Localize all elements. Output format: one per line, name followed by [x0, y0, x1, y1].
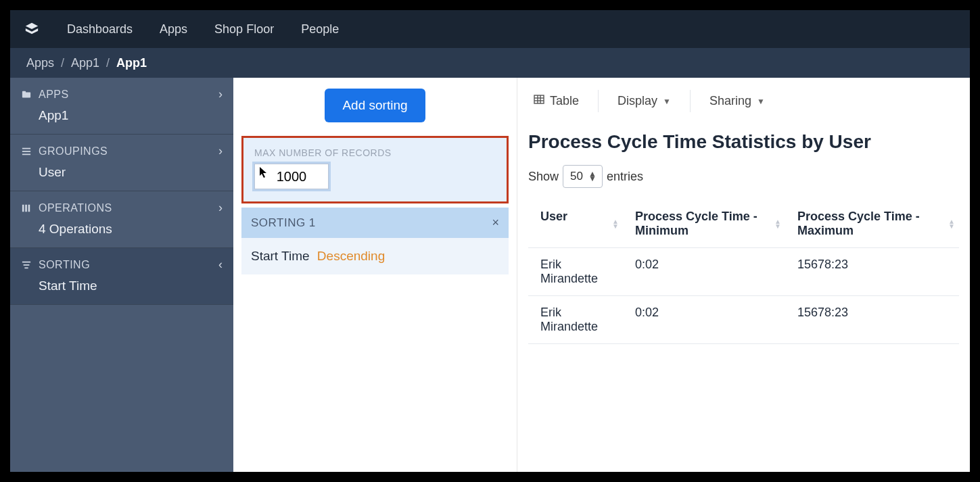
nav-people[interactable]: People	[301, 22, 339, 37]
column-header-min[interactable]: Process Cycle Time - Minimum ▲▼	[623, 200, 785, 248]
svg-rect-9	[24, 264, 30, 266]
svg-rect-0	[22, 92, 30, 97]
svg-rect-6	[25, 204, 27, 212]
cursor-icon	[259, 166, 269, 181]
column-header-max[interactable]: Process Cycle Time - Maximum ▲▼	[785, 200, 959, 248]
breadcrumb-separator: /	[106, 56, 110, 70]
nav-shop-floor[interactable]: Shop Floor	[214, 22, 274, 37]
chevron-right-icon: ›	[218, 87, 223, 101]
sorting-direction: Descending	[317, 249, 385, 263]
svg-rect-3	[22, 151, 30, 152]
add-sorting-button[interactable]: Add sorting	[325, 89, 425, 122]
cell-user: Erik Mirandette	[528, 296, 623, 344]
config-panel: Add sorting MAX NUMBER OF RECORDS SORTIN…	[233, 78, 517, 472]
sidebar-sub[interactable]: App1	[21, 101, 223, 123]
sidebar-title: OPERATIONS	[39, 202, 112, 214]
breadcrumb-item[interactable]: Apps	[26, 56, 54, 70]
svg-rect-11	[534, 95, 544, 103]
content-toolbar: Table Display ▼ Sharing ▼	[528, 90, 959, 112]
sidebar-title: GROUPINGS	[39, 145, 108, 158]
toolbar-table[interactable]: Table	[528, 90, 599, 112]
close-icon[interactable]: ×	[492, 216, 499, 230]
sorting-row[interactable]: Start Time Descending	[241, 238, 509, 274]
select-caret-icon: ▲▼	[588, 172, 597, 181]
sidebar-sub[interactable]: 4 Operations	[21, 215, 223, 237]
toolbar-display[interactable]: Display ▼	[599, 90, 691, 112]
sidebar-sub[interactable]: User	[21, 158, 223, 180]
max-records-label: MAX NUMBER OF RECORDS	[254, 147, 496, 158]
table-icon	[534, 94, 544, 108]
toolbar-sharing-label: Sharing	[709, 94, 751, 108]
list-icon	[21, 146, 32, 157]
sort-icon: ▲▼	[774, 219, 781, 228]
toolbar-sharing[interactable]: Sharing ▼	[691, 90, 784, 112]
caret-down-icon: ▼	[757, 97, 765, 106]
svg-rect-5	[22, 204, 24, 212]
sorting-header-title: SORTING 1	[251, 216, 316, 230]
sidebar-section-apps[interactable]: APPS › App1	[10, 78, 233, 135]
chevron-right-icon: ›	[218, 201, 223, 215]
svg-rect-2	[22, 147, 30, 149]
svg-rect-7	[28, 204, 30, 212]
column-header-label: Process Cycle Time - Maximum	[797, 210, 920, 237]
table-row[interactable]: Erik Mirandette 0:02 15678:23	[528, 296, 959, 344]
cell-min: 0:02	[623, 248, 785, 296]
toolbar-table-label: Table	[550, 94, 579, 108]
page-title: Process Cycle Time Statistics by User	[528, 131, 959, 153]
entries-value: 50	[570, 170, 583, 183]
nav-dashboards[interactable]: Dashboards	[67, 22, 133, 37]
caret-down-icon: ▼	[663, 97, 671, 106]
cell-max: 15678:23	[785, 248, 959, 296]
sidebar-title: SORTING	[39, 259, 90, 271]
sidebar-title: APPS	[39, 89, 69, 101]
nav-apps[interactable]: Apps	[160, 22, 187, 37]
cell-user: Erik Mirandette	[528, 248, 623, 296]
column-header-label: Process Cycle Time - Minimum	[635, 210, 757, 237]
sort-icon: ▲▼	[612, 219, 619, 228]
max-records-box: MAX NUMBER OF RECORDS	[241, 136, 509, 203]
cell-min: 0:02	[623, 296, 785, 344]
brand-logo-icon[interactable]	[24, 21, 40, 37]
content-panel: Table Display ▼ Sharing ▼ Process Cycle …	[517, 78, 970, 472]
column-header-user[interactable]: User ▲▼	[528, 200, 623, 248]
svg-rect-10	[24, 267, 28, 268]
svg-rect-4	[22, 153, 30, 155]
sort-icon: ▲▼	[948, 219, 955, 228]
bars-icon	[21, 203, 32, 214]
breadcrumb-item-current: App1	[116, 56, 147, 70]
entries-control: Show 50 ▲▼ entries	[528, 165, 959, 188]
column-header-label: User	[540, 210, 567, 223]
table-row[interactable]: Erik Mirandette 0:02 15678:23	[528, 248, 959, 296]
breadcrumb-item[interactable]: App1	[71, 56, 99, 70]
sidebar: APPS › App1 GROUPINGS › User	[10, 78, 233, 472]
sorting-field: Start Time	[251, 249, 310, 263]
chevron-right-icon: ›	[218, 144, 223, 158]
sorting-header[interactable]: SORTING 1 ×	[241, 208, 509, 238]
filter-icon	[21, 260, 32, 270]
breadcrumb-separator: /	[61, 56, 64, 70]
svg-rect-8	[22, 261, 30, 262]
svg-rect-1	[22, 91, 26, 93]
sidebar-section-sorting[interactable]: SORTING ‹ Start Time	[10, 248, 233, 305]
sidebar-sub[interactable]: Start Time	[21, 272, 223, 293]
toolbar-display-label: Display	[617, 94, 657, 108]
data-table: User ▲▼ Process Cycle Time - Minimum ▲▼ …	[528, 200, 959, 344]
show-prefix: Show	[528, 170, 559, 184]
folder-icon	[21, 89, 32, 100]
breadcrumb: Apps / App1 / App1	[10, 48, 970, 78]
sidebar-section-operations[interactable]: OPERATIONS › 4 Operations	[10, 191, 233, 248]
chevron-left-icon: ‹	[218, 258, 223, 272]
cell-max: 15678:23	[785, 296, 959, 344]
show-suffix: entries	[607, 170, 643, 184]
entries-select[interactable]: 50 ▲▼	[563, 165, 603, 188]
sidebar-section-groupings[interactable]: GROUPINGS › User	[10, 135, 233, 191]
top-nav: Dashboards Apps Shop Floor People	[10, 10, 970, 48]
